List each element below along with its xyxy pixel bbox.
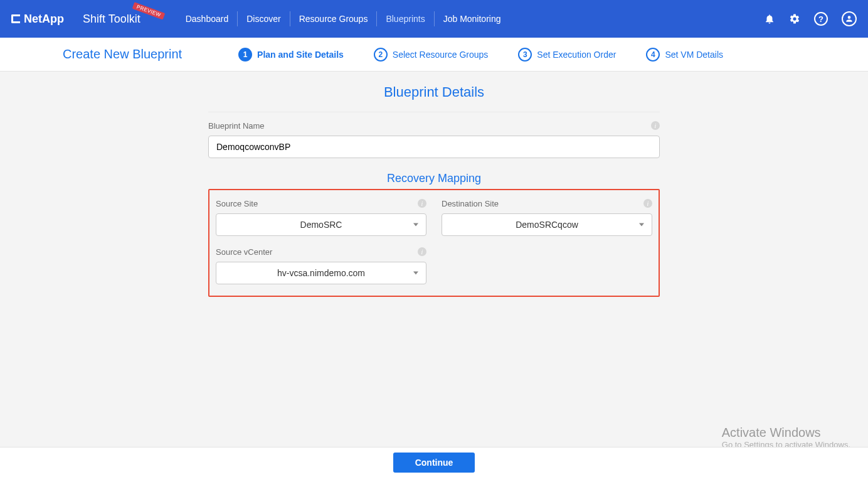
step-label-1: Plan and Site Details [257,50,344,60]
step-plan-site-details[interactable]: 1 Plan and Site Details [238,48,344,62]
product-label: Shift Toolkit [83,13,140,25]
continue-button[interactable]: Continue [393,453,475,473]
recovery-mapping-box: Source Site i DemoSRC Destination Site i… [208,189,660,297]
source-site-field: Source Site i DemoSRC [216,199,426,236]
chevron-down-icon [413,272,418,275]
site-row: Source Site i DemoSRC Destination Site i… [216,199,652,236]
step-bar: Create New Blueprint 1 Plan and Site Det… [0,38,868,72]
help-icon[interactable]: ? [814,12,828,26]
nav-discover[interactable]: Discover [237,11,289,26]
step-set-vm-details[interactable]: 4 Set VM Details [646,48,723,62]
step-set-execution-order[interactable]: 3 Set Execution Order [518,48,616,62]
step-number-3: 3 [518,48,532,62]
step-number-4: 4 [646,48,660,62]
user-icon[interactable] [842,11,857,26]
source-site-dropdown[interactable]: DemoSRC [216,213,426,236]
chevron-down-icon [413,223,418,227]
section-recovery-mapping: Recovery Mapping [208,172,660,185]
blueprint-name-label: Blueprint Name [208,121,660,131]
section-blueprint-details: Blueprint Details [0,84,868,100]
topbar-actions: ? [764,11,857,26]
source-vcenter-field: Source vCenter i hv-vcsa.nimdemo.com [216,247,434,284]
nav-resource-groups[interactable]: Resource Groups [290,11,377,26]
source-site-label: Source Site [216,199,426,208]
main-nav: Dashboard Discover Resource Groups Bluep… [177,11,510,26]
nav-blueprints[interactable]: Blueprints [376,11,433,26]
destination-site-field: Destination Site i DemoSRCqcow [442,199,652,236]
form-wrap: Blueprint Name i Recovery Mapping Source… [208,112,660,297]
main-content: Blueprint Details Blueprint Name i Recov… [0,72,868,447]
bell-icon[interactable] [764,13,775,24]
footer-bar: Continue [0,447,868,477]
info-icon[interactable]: i [418,247,426,256]
info-icon[interactable]: i [418,199,426,208]
brand: NetApp [11,13,64,26]
blueprint-name-input[interactable] [208,136,660,158]
source-vcenter-dropdown[interactable]: hv-vcsa.nimdemo.com [216,262,426,284]
netapp-logo-icon [11,14,20,23]
source-site-value: DemoSRC [300,220,342,230]
brand-text: NetApp [24,13,64,26]
source-vcenter-value: hv-vcsa.nimdemo.com [277,268,365,278]
chevron-down-icon [639,223,644,227]
destination-site-label: Destination Site [442,199,652,208]
steps: 1 Plan and Site Details 2 Select Resourc… [238,48,723,62]
info-icon[interactable]: i [643,199,652,208]
destination-site-dropdown[interactable]: DemoSRCqcow [442,213,652,236]
step-label-2: Select Resource Groups [393,50,489,60]
page-title: Create New Blueprint [63,47,182,62]
destination-site-value: DemoSRCqcow [516,220,578,230]
step-label-4: Set VM Details [665,50,723,60]
gear-icon[interactable] [789,13,800,24]
step-label-3: Set Execution Order [537,50,616,60]
top-bar: NetApp Shift Toolkit PREVIEW Dashboard D… [0,0,868,38]
step-number-2: 2 [374,48,388,62]
blueprint-name-field: Blueprint Name i [208,121,660,158]
source-vcenter-label: Source vCenter [216,247,426,257]
info-icon[interactable]: i [651,121,660,130]
step-select-resource-groups[interactable]: 2 Select Resource Groups [374,48,489,62]
nav-job-monitoring[interactable]: Job Monitoring [434,11,510,26]
product-name: Shift Toolkit PREVIEW [83,13,140,26]
step-number-1: 1 [238,48,252,62]
nav-dashboard[interactable]: Dashboard [177,11,238,26]
